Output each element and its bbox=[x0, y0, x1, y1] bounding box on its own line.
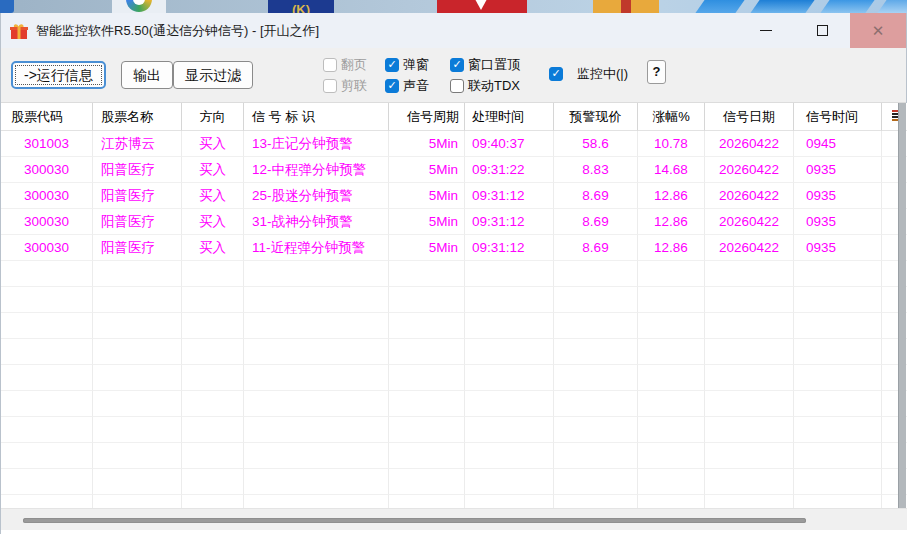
checkbox[interactable] bbox=[323, 58, 337, 72]
table-row[interactable]: 300030阳普医疗买入11-近程弹分钟预警5Min09:31:128.6912… bbox=[1, 235, 907, 261]
toolbar-button-1[interactable]: ->运行信息 bbox=[11, 61, 106, 89]
table-cell[interactable]: 买入 bbox=[182, 183, 244, 209]
monitor-checkbox[interactable] bbox=[549, 67, 563, 81]
table-cell[interactable]: 20260422 bbox=[705, 131, 794, 157]
table-cell[interactable]: 25-股迷分钟预警 bbox=[244, 183, 389, 209]
table-cell[interactable]: 301003 bbox=[1, 131, 93, 157]
table-cell[interactable]: 阳普医疗 bbox=[93, 209, 182, 235]
table-cell[interactable]: 0935 bbox=[794, 235, 882, 261]
table-cell[interactable]: 5Min bbox=[389, 183, 465, 209]
table-cell[interactable]: 阳普医疗 bbox=[93, 235, 182, 261]
table-cell[interactable]: 5Min bbox=[389, 209, 465, 235]
table-cell[interactable]: 11-近程弹分钟预警 bbox=[244, 235, 389, 261]
table-cell[interactable]: 300030 bbox=[1, 157, 93, 183]
table-cell[interactable]: 13-庄记分钟预警 bbox=[244, 131, 389, 157]
close-button[interactable]: ✕ bbox=[850, 13, 906, 48]
table-cell[interactable]: 12.86 bbox=[638, 209, 705, 235]
monitor-checkbox-row[interactable]: 监控中(|) bbox=[549, 65, 628, 83]
table-cell[interactable]: 买入 bbox=[182, 235, 244, 261]
table-cell[interactable]: 买入 bbox=[182, 209, 244, 235]
table-cell[interactable]: 8.69 bbox=[554, 209, 638, 235]
column-header[interactable]: 股票代码 bbox=[1, 103, 93, 131]
checkbox-row[interactable]: 窗口置顶 bbox=[450, 56, 520, 73]
table-cell[interactable]: 5Min bbox=[389, 157, 465, 183]
maximize-button[interactable] bbox=[794, 13, 850, 48]
table-cell[interactable]: 12.86 bbox=[638, 235, 705, 261]
table-cell[interactable]: 5Min bbox=[389, 235, 465, 261]
table-cell[interactable]: 0935 bbox=[794, 209, 882, 235]
table-cell[interactable]: 58.6 bbox=[554, 131, 638, 157]
table-cell[interactable]: 买入 bbox=[182, 157, 244, 183]
table-cell[interactable]: 20260422 bbox=[705, 157, 794, 183]
empty-cell bbox=[244, 469, 389, 495]
table-cell[interactable]: 买入 bbox=[182, 131, 244, 157]
table-cell[interactable]: 0935 bbox=[794, 157, 882, 183]
table-cell[interactable]: 8.83 bbox=[554, 157, 638, 183]
checkbox[interactable] bbox=[385, 58, 399, 72]
table-cell[interactable]: 300030 bbox=[1, 235, 93, 261]
table-cell[interactable]: 300030 bbox=[1, 183, 93, 209]
table-cell[interactable]: 0945 bbox=[794, 131, 882, 157]
horizontal-scrollbar-thumb[interactable] bbox=[23, 518, 806, 523]
checkbox[interactable] bbox=[450, 79, 464, 93]
toolbar-button-3[interactable]: 显示过滤 bbox=[173, 61, 253, 89]
table-cell[interactable]: 阳普医疗 bbox=[93, 183, 182, 209]
column-header[interactable]: 处理时间 bbox=[465, 103, 554, 131]
table-row[interactable]: 300030阳普医疗买入25-股迷分钟预警5Min09:31:128.6912.… bbox=[1, 183, 907, 209]
table-cell[interactable]: 阳普医疗 bbox=[93, 157, 182, 183]
column-header[interactable]: 信号日期 bbox=[705, 103, 794, 131]
table-cell[interactable]: 12-中程弹分钟预警 bbox=[244, 157, 389, 183]
checkbox[interactable] bbox=[323, 79, 337, 93]
column-header[interactable]: 方向 bbox=[182, 103, 244, 131]
checkbox[interactable] bbox=[450, 58, 464, 72]
table-row[interactable]: 301003江苏博云买入13-庄记分钟预警5Min09:40:3758.610.… bbox=[1, 131, 907, 157]
gift-app-icon[interactable] bbox=[593, 0, 659, 13]
table-cell[interactable]: 09:31:12 bbox=[465, 209, 554, 235]
table-cell[interactable]: 09:31:22 bbox=[465, 157, 554, 183]
column-header[interactable]: 信 号 标 识 bbox=[244, 103, 389, 131]
checkbox-row[interactable]: 联动TDX bbox=[450, 77, 520, 94]
red-app-icon[interactable] bbox=[437, 0, 527, 13]
checkbox-label: 弹窗 bbox=[403, 56, 429, 74]
checkbox-row[interactable]: 剪联 bbox=[323, 77, 367, 94]
table-cell[interactable]: 31-战神分钟预警 bbox=[244, 209, 389, 235]
table-cell[interactable]: 0935 bbox=[794, 183, 882, 209]
column-header[interactable]: 信号周期 bbox=[389, 103, 465, 131]
column-header[interactable]: 预警现价 bbox=[554, 103, 638, 131]
table-cell[interactable]: 5Min bbox=[389, 131, 465, 157]
k-app-icon[interactable]: (K) bbox=[268, 0, 334, 13]
column-header[interactable]: 股票名称 bbox=[93, 103, 182, 131]
checkbox-row[interactable]: 翻页 bbox=[323, 56, 367, 73]
titlebar[interactable]: 智能监控软件R5.50(通达信分钟信号) - [开山之作] ✕ bbox=[1, 13, 906, 48]
table-cell[interactable]: 20260422 bbox=[705, 209, 794, 235]
table-cell[interactable]: 10.78 bbox=[638, 131, 705, 157]
table-row[interactable]: 300030阳普医疗买入12-中程弹分钟预警5Min09:31:228.8314… bbox=[1, 157, 907, 183]
browser-icon[interactable] bbox=[112, 0, 166, 13]
table-cell[interactable]: 20260422 bbox=[705, 183, 794, 209]
table-cell[interactable]: 8.69 bbox=[554, 235, 638, 261]
minimize-button[interactable] bbox=[738, 13, 794, 48]
checkbox-row[interactable]: 弹窗 bbox=[385, 56, 429, 73]
column-header[interactable]: 涨幅% bbox=[638, 103, 705, 131]
table-cell[interactable]: 12.86 bbox=[638, 183, 705, 209]
help-button[interactable]: ? bbox=[647, 60, 666, 84]
column-header[interactable]: 信号时间 bbox=[794, 103, 882, 131]
vertical-scrollbar[interactable] bbox=[898, 103, 906, 508]
table-row[interactable]: 300030阳普医疗买入31-战神分钟预警5Min09:31:128.6912.… bbox=[1, 209, 907, 235]
table-cell[interactable]: 09:31:12 bbox=[465, 183, 554, 209]
table-cell[interactable]: 江苏博云 bbox=[93, 131, 182, 157]
table-cell[interactable]: 8.69 bbox=[554, 183, 638, 209]
desktop-icon-fragment[interactable] bbox=[0, 0, 14, 13]
table-cell[interactable]: 14.68 bbox=[638, 157, 705, 183]
table-cell[interactable]: 09:40:37 bbox=[465, 131, 554, 157]
horizontal-scrollbar-track[interactable] bbox=[1, 508, 907, 530]
table-cell[interactable]: 300030 bbox=[1, 209, 93, 235]
empty-cell bbox=[93, 365, 182, 391]
checkbox[interactable] bbox=[385, 79, 399, 93]
empty-cell bbox=[465, 313, 554, 339]
toolbar-button-2[interactable]: 输出 bbox=[121, 61, 173, 89]
table-cell[interactable]: 20260422 bbox=[705, 235, 794, 261]
table-cell[interactable]: 09:31:12 bbox=[465, 235, 554, 261]
checkbox-label: 联动TDX bbox=[468, 77, 520, 95]
checkbox-row[interactable]: 声音 bbox=[385, 77, 429, 94]
